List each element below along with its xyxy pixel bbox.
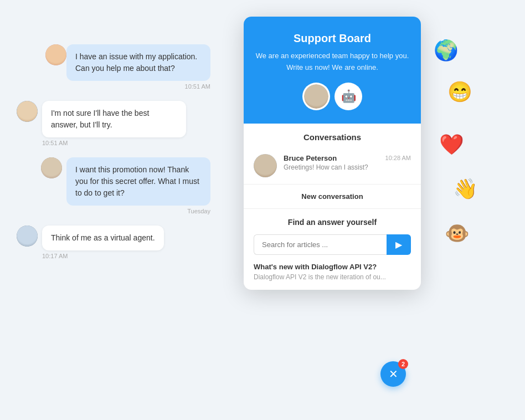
message-row: Think of me as a virtual agent. 10:17 AM	[17, 226, 210, 259]
conv-header: Bruce Peterson 10:28 AM	[284, 154, 411, 162]
chat-area: I have an issue with my application. Can…	[0, 33, 227, 281]
search-button[interactable]: ▶	[387, 234, 411, 255]
support-agent-avatar-1	[302, 83, 330, 110]
wave-emoji: 👋	[453, 177, 478, 201]
support-agent-avatar-2: 🤖	[334, 83, 362, 110]
widget-title: Support Board	[255, 32, 410, 45]
widget-avatars: 🤖	[255, 83, 410, 110]
message-col: I'm not sure I'll have the best answer, …	[42, 101, 186, 146]
message-bubble: I'm not sure I'll have the best answer, …	[42, 101, 186, 137]
new-conversation-button[interactable]: New conversation	[244, 184, 421, 208]
search-input[interactable]	[254, 234, 387, 255]
widget-subtitle: We are an experienced team happy to help…	[255, 50, 410, 74]
message-col: I have an issue with my application. Can…	[66, 44, 210, 90]
close-button[interactable]: ✕ 2	[380, 361, 406, 387]
article-title: What's new with Dialogflow API V2?	[254, 263, 411, 271]
conv-name: Bruce Peterson	[284, 154, 337, 162]
message-row: I have an issue with my application. Can…	[17, 44, 210, 90]
message-row: I'm not sure I'll have the best answer, …	[17, 101, 210, 146]
avatar	[45, 44, 66, 65]
conv-info: Bruce Peterson 10:28 AM Greetings! How c…	[284, 154, 411, 171]
close-icon: ✕	[389, 368, 398, 380]
message-row: I want this promotion now! Thank you for…	[17, 157, 210, 214]
grin-emoji: 😁	[447, 80, 472, 104]
globe-emoji: 🌍	[434, 39, 459, 62]
notification-badge: 2	[398, 359, 408, 369]
monkey-emoji: 🐵	[445, 222, 470, 245]
message-bubble: I want this promotion now! Thank you for…	[66, 157, 210, 206]
message-time: Tuesday	[187, 208, 210, 214]
conversation-item[interactable]: Bruce Peterson 10:28 AM Greetings! How c…	[244, 147, 421, 184]
message-col: Think of me as a virtual agent. 10:17 AM	[42, 226, 164, 259]
avatar	[41, 157, 62, 178]
conversations-section: Conversations Bruce Peterson 10:28 AM Gr…	[244, 124, 421, 209]
conv-avatar	[254, 154, 277, 177]
message-bubble: I have an issue with my application. Can…	[66, 44, 210, 81]
support-widget: Support Board We are an experienced team…	[244, 17, 421, 290]
find-answer-section: Find an answer yourself ▶ What's new wit…	[244, 209, 421, 290]
find-answer-title: Find an answer yourself	[254, 218, 411, 227]
avatar	[17, 101, 38, 122]
message-time: 10:51 AM	[42, 140, 186, 146]
search-row: ▶	[254, 234, 411, 255]
conv-time: 10:28 AM	[385, 155, 411, 161]
widget-header: Support Board We are an experienced team…	[244, 17, 421, 124]
message-time: 10:17 AM	[42, 253, 164, 259]
message-col: I want this promotion now! Thank you for…	[66, 157, 210, 214]
conversations-title: Conversations	[244, 124, 421, 147]
avatar	[17, 226, 38, 247]
heart-emoji: ❤️	[439, 133, 464, 156]
conv-preview: Greetings! How can I assist?	[284, 163, 411, 171]
article-preview: Dialogflow API V2 is the new iteration o…	[254, 273, 411, 281]
message-bubble: Think of me as a virtual agent.	[42, 226, 164, 250]
message-time: 10:51 AM	[185, 83, 210, 90]
